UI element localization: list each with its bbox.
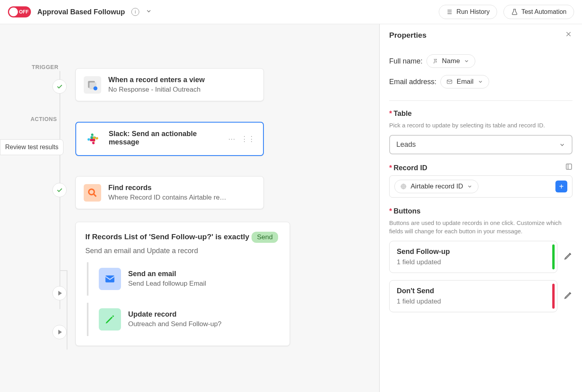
- search-icon: [84, 184, 101, 202]
- button-1-sub: 1 field updated: [397, 258, 550, 266]
- add-token-button[interactable]: +: [555, 181, 567, 192]
- send-badge: Send: [252, 232, 279, 243]
- name-token-label: Name: [442, 57, 460, 65]
- find-card-sub: Where Record ID contains Airtable re…: [108, 194, 255, 202]
- find-status-check[interactable]: [52, 183, 67, 197]
- actions-section-label: ACTIONS: [31, 116, 57, 122]
- svg-rect-6: [566, 164, 572, 169]
- drag-handle-icon[interactable]: ⋮⋮: [241, 135, 255, 143]
- send-email-action[interactable]: Send an email Send Lead followup Email: [87, 262, 280, 296]
- card-menu: ⋯ ⋮⋮: [228, 135, 255, 143]
- find-card-title: Find records: [108, 184, 255, 192]
- button-2-sub: 1 field updated: [397, 298, 550, 306]
- buttons-label: *Buttons: [389, 207, 572, 215]
- button-2-row: Don't Send 1 field updated: [389, 280, 572, 312]
- svg-point-8: [402, 185, 405, 188]
- button-1-color-bar: [552, 244, 555, 269]
- full-name-row: Full name: Name: [389, 54, 572, 68]
- condition-sub: Send an email and Update a record: [85, 247, 280, 255]
- trigger-card-sub: No Response - Initial Outreach: [108, 86, 255, 94]
- table-select[interactable]: Leads: [389, 135, 572, 154]
- update-record-action[interactable]: Update record Outreach and Send Follow-u…: [87, 303, 280, 336]
- record-id-token-label: Airtable record ID: [411, 183, 463, 190]
- test-automation-label: Test Automation: [521, 8, 567, 15]
- svg-point-7: [401, 184, 406, 189]
- play-icon: [58, 291, 62, 296]
- list-icon: [446, 8, 453, 15]
- check-icon: [56, 83, 63, 90]
- pencil-icon: [564, 252, 572, 260]
- record-id-token[interactable]: Airtable record ID: [394, 180, 478, 193]
- chevron-down-icon[interactable]: [146, 8, 152, 16]
- condition-card[interactable]: If Records List of 'Send Follow-up?' is …: [75, 222, 290, 346]
- panel-title: Properties: [389, 31, 426, 40]
- email-label: Email address:: [389, 78, 436, 86]
- view-icon: [84, 76, 101, 94]
- automation-title: Approval Based Followup: [37, 8, 125, 16]
- main-layout: TRIGGER ACTIONS Review test results When…: [0, 24, 582, 392]
- find-records-card[interactable]: Find records Where Record ID contains Ai…: [75, 176, 264, 209]
- email-token[interactable]: Email: [440, 75, 489, 88]
- trigger-status-check[interactable]: [52, 79, 67, 94]
- svg-point-3: [89, 189, 94, 194]
- full-name-label: Full name:: [389, 57, 423, 65]
- email-icon: [99, 268, 121, 290]
- panel-header: Properties: [380, 24, 582, 46]
- test-automation-button[interactable]: Test Automation: [503, 5, 574, 19]
- automation-canvas[interactable]: TRIGGER ACTIONS Review test results When…: [0, 24, 380, 392]
- toggle-state-label: OFF: [19, 9, 29, 15]
- chevron-down-icon: [464, 58, 469, 64]
- trigger-section-label: TRIGGER: [32, 64, 58, 70]
- properties-panel: Properties Full name: Name Email address…: [380, 24, 582, 392]
- edit-button-2[interactable]: [564, 291, 572, 302]
- envelope-icon: [446, 79, 453, 85]
- record-id-label: *Record ID: [389, 164, 572, 172]
- email-token-label: Email: [457, 78, 474, 86]
- flask-icon: [511, 8, 518, 15]
- panel-body[interactable]: Full name: Name Email address: Email: [380, 46, 582, 392]
- send-followup-button-card[interactable]: Send Follow-up 1 field updated: [389, 241, 557, 273]
- condition-title: If Records List of 'Send Follow-up?' is …: [85, 233, 278, 241]
- update-status-play[interactable]: [52, 325, 67, 339]
- more-icon[interactable]: ⋯: [228, 135, 235, 143]
- table-label: *Table: [389, 110, 572, 118]
- update-action-sub: Outreach and Send Follow-up?: [128, 320, 221, 328]
- table-help-text: Pick a record to update by selecting its…: [389, 121, 572, 129]
- formula-icon: [432, 58, 438, 64]
- flow-branch-h: [60, 270, 67, 271]
- run-history-button[interactable]: Run History: [439, 5, 497, 19]
- close-icon[interactable]: [565, 30, 572, 40]
- slack-icon: [84, 130, 102, 148]
- review-test-results-tab[interactable]: Review test results: [0, 139, 63, 155]
- button-1-title: Send Follow-up: [397, 248, 550, 256]
- pencil-icon: [99, 308, 121, 331]
- name-token[interactable]: Name: [426, 54, 475, 68]
- trigger-card[interactable]: When a record enters a view No Response …: [75, 68, 264, 101]
- chevron-down-icon: [478, 79, 483, 85]
- check-icon: [56, 186, 63, 194]
- pencil-icon: [564, 291, 572, 300]
- svg-point-9: [403, 186, 403, 186]
- button-2-title: Don't Send: [397, 287, 550, 295]
- record-id-field[interactable]: Airtable record ID +: [389, 175, 572, 198]
- update-action-title: Update record: [128, 310, 221, 319]
- edit-button-1[interactable]: [564, 252, 572, 262]
- chevron-down-icon: [467, 184, 473, 189]
- svg-point-2: [94, 86, 98, 90]
- run-history-label: Run History: [457, 8, 490, 15]
- slack-action-card[interactable]: Slack: Send an actionable message ⋯ ⋮⋮: [75, 122, 264, 156]
- button-2-color-bar: [552, 284, 555, 309]
- email-action-title: Send an email: [128, 270, 206, 278]
- divider: [389, 100, 572, 101]
- trigger-card-title: When a record enters a view: [108, 76, 255, 84]
- dont-send-button-card[interactable]: Don't Send 1 field updated: [389, 280, 557, 312]
- automation-toggle[interactable]: OFF: [8, 6, 31, 17]
- email-row: Email address: Email: [389, 75, 572, 88]
- info-icon[interactable]: i: [131, 8, 139, 16]
- email-status-play[interactable]: [52, 286, 67, 300]
- expand-icon[interactable]: [565, 163, 572, 172]
- play-icon: [58, 330, 62, 334]
- chevron-down-icon: [559, 142, 565, 148]
- slack-card-title: Slack: Send an actionable message: [109, 130, 221, 146]
- email-action-sub: Send Lead followup Email: [128, 280, 206, 288]
